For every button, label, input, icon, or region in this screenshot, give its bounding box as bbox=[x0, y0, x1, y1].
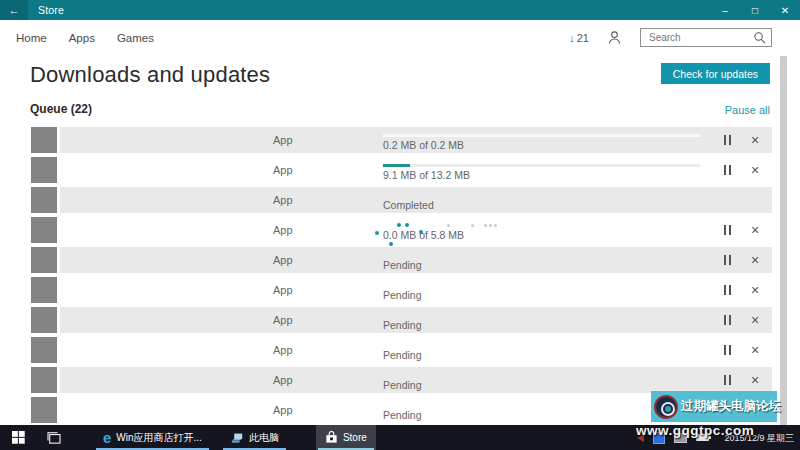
minimize-button[interactable]: – bbox=[710, 0, 740, 20]
app-type-label: App bbox=[273, 404, 293, 416]
maximize-button[interactable]: □ bbox=[740, 0, 770, 20]
pause-button[interactable] bbox=[721, 224, 735, 236]
app-type-label: App bbox=[273, 134, 293, 146]
taskbar-store-button[interactable]: Store bbox=[316, 425, 376, 450]
watermark-text: 过期罐头电脑论坛 bbox=[681, 398, 781, 415]
status-text: Pending bbox=[383, 349, 422, 361]
cancel-download-button[interactable]: × bbox=[751, 340, 759, 360]
status-text: Pending bbox=[383, 379, 422, 391]
edge-icon: e bbox=[103, 431, 111, 445]
queue-row: App Pending × bbox=[28, 335, 772, 365]
cancel-download-button[interactable]: × bbox=[751, 130, 759, 150]
cancel-download-button[interactable]: × bbox=[751, 160, 759, 180]
status-text: Completed bbox=[383, 199, 434, 211]
download-arrow-icon: ↓ bbox=[569, 32, 575, 44]
app-placeholder-icon bbox=[31, 367, 57, 393]
app-type-label: App bbox=[273, 254, 293, 266]
queue-row: App 0.2 MB of 0.2 MB × bbox=[28, 125, 772, 155]
app-type-label: App bbox=[273, 284, 293, 296]
this-pc-icon bbox=[230, 432, 244, 444]
back-arrow-icon: ← bbox=[9, 4, 20, 16]
task-view-button[interactable] bbox=[36, 425, 72, 450]
status-text: Pending bbox=[383, 409, 422, 421]
progress-bar bbox=[383, 164, 700, 167]
download-count: 21 bbox=[577, 32, 589, 44]
nav-item-games[interactable]: Games bbox=[117, 32, 154, 44]
app-placeholder-icon bbox=[31, 127, 57, 153]
watermark-logo-icon bbox=[654, 395, 678, 419]
search-box[interactable] bbox=[640, 28, 772, 47]
status-text: Pending bbox=[383, 319, 422, 331]
navbar: Home Apps Games ↓ 21 bbox=[0, 20, 800, 55]
queue-row: App Completed bbox=[28, 185, 772, 215]
cancel-download-button[interactable]: × bbox=[751, 310, 759, 330]
cancel-download-button[interactable]: × bbox=[751, 250, 759, 270]
app-type-label: App bbox=[273, 344, 293, 356]
queue-row: App 0.0 MB of 5.8 MB × bbox=[28, 215, 772, 245]
store-bag-icon bbox=[325, 431, 338, 444]
status-text: 9.1 MB of 13.2 MB bbox=[383, 169, 470, 181]
taskbar-edge-button[interactable]: e Win应用商店打开... bbox=[94, 425, 211, 450]
pause-button[interactable] bbox=[721, 284, 735, 296]
queue-count-label: Queue (22) bbox=[30, 102, 92, 116]
queue-row: App 9.1 MB of 13.2 MB × bbox=[28, 155, 772, 185]
app-type-label: App bbox=[273, 314, 293, 326]
status-text: 0.2 MB of 0.2 MB bbox=[383, 139, 464, 151]
pause-button[interactable] bbox=[721, 254, 735, 266]
status-text: Pending bbox=[383, 259, 422, 271]
pause-button[interactable] bbox=[721, 314, 735, 326]
app-placeholder-icon bbox=[31, 307, 57, 333]
queue-row: App Pending × bbox=[28, 275, 772, 305]
titlebar: ← Store – □ ✕ bbox=[0, 0, 800, 20]
taskbar-thispc-button[interactable]: 此电脑 bbox=[221, 425, 288, 450]
taskbar-store-label: Store bbox=[343, 432, 367, 443]
status-text: Pending bbox=[383, 289, 422, 301]
search-input[interactable] bbox=[649, 32, 753, 43]
app-placeholder-icon bbox=[31, 187, 57, 213]
taskbar-edge-label: Win应用商店打开... bbox=[116, 431, 202, 445]
pause-button[interactable] bbox=[721, 374, 735, 386]
cancel-download-button[interactable]: × bbox=[751, 370, 759, 390]
page-title: Downloads and updates bbox=[30, 62, 270, 88]
app-type-label: App bbox=[273, 374, 293, 386]
user-account-icon[interactable] bbox=[607, 30, 622, 45]
pause-button[interactable] bbox=[721, 164, 735, 176]
app-placeholder-icon bbox=[31, 247, 57, 273]
app-placeholder-icon bbox=[31, 397, 57, 423]
queue-row: App Pending × bbox=[28, 305, 772, 335]
check-for-updates-button[interactable]: Check for updates bbox=[661, 63, 770, 84]
app-type-label: App bbox=[273, 224, 293, 236]
watermark-badge: 过期罐头电脑论坛 bbox=[651, 391, 777, 422]
app-placeholder-icon bbox=[31, 277, 57, 303]
app-type-label: App bbox=[273, 194, 293, 206]
nav-item-apps[interactable]: Apps bbox=[69, 32, 95, 44]
progress-bar bbox=[383, 134, 700, 137]
taskbar-thispc-label: 此电脑 bbox=[249, 431, 279, 445]
pause-all-link[interactable]: Pause all bbox=[725, 104, 770, 116]
app-type-label: App bbox=[273, 164, 293, 176]
app-placeholder-icon bbox=[31, 337, 57, 363]
downloads-indicator[interactable]: ↓ 21 bbox=[569, 32, 589, 44]
app-placeholder-icon bbox=[31, 157, 57, 183]
queue-list: App 0.2 MB of 0.2 MB × App 9.1 MB of 13.… bbox=[28, 125, 772, 425]
pause-button[interactable] bbox=[721, 134, 735, 146]
search-icon[interactable] bbox=[753, 31, 766, 44]
queue-row: App Pending × bbox=[28, 245, 772, 275]
back-button[interactable]: ← bbox=[0, 0, 28, 20]
window-title: Store bbox=[38, 4, 64, 16]
status-text: 0.0 MB of 5.8 MB bbox=[383, 229, 464, 241]
pause-button[interactable] bbox=[721, 344, 735, 356]
cancel-download-button[interactable]: × bbox=[751, 280, 759, 300]
nav-item-home[interactable]: Home bbox=[16, 32, 47, 44]
cancel-download-button[interactable]: × bbox=[751, 220, 759, 240]
close-button[interactable]: ✕ bbox=[770, 0, 800, 20]
watermark-url: www.gqgtpc.com bbox=[636, 423, 754, 438]
app-placeholder-icon bbox=[31, 217, 57, 243]
start-button[interactable] bbox=[0, 425, 36, 450]
vertical-scrollbar[interactable] bbox=[780, 56, 787, 425]
